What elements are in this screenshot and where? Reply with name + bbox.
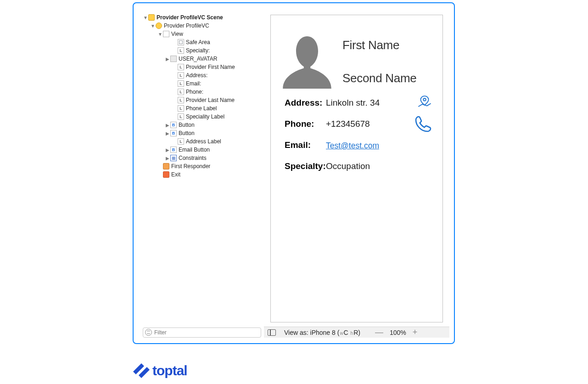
address-caption: Address: (285, 98, 322, 108)
phone-value: +12345678 (326, 119, 370, 129)
uilabel-icon: L (178, 138, 184, 145)
map-pin-icon[interactable] (417, 95, 432, 108)
svg-point-1 (423, 98, 426, 101)
view-controller-icon (156, 23, 162, 29)
outline-item-user-avatar[interactable]: ▶ USER_AVATAR (143, 55, 263, 63)
storyboard-scene-icon (148, 14, 155, 21)
outline-exit[interactable]: Exit (143, 170, 263, 179)
disclosure-triangle-icon[interactable]: ▶ (165, 156, 170, 161)
outline-item-phone-label[interactable]: L Phone Label (143, 104, 263, 113)
outline-item-phone[interactable]: L Phone: (143, 88, 263, 96)
toptal-wordmark: toptal (152, 363, 187, 378)
outline-label: Exit (171, 171, 180, 178)
uilabel-icon: L (178, 72, 184, 79)
view-as-label[interactable]: View as: iPhone 8 (wC hR) (284, 329, 360, 336)
outline-label: Specialty: (186, 47, 210, 54)
ib-canvas-scene[interactable]: First Name Second Name Address: Linkoln … (270, 15, 443, 322)
outline-label: Address Label (186, 138, 221, 145)
first-responder-icon (163, 163, 169, 169)
disclosure-triangle-icon[interactable]: ▼ (150, 23, 156, 28)
outline-first-responder[interactable]: First Responder (143, 162, 263, 170)
email-value-link[interactable]: Test@test.com (326, 141, 379, 151)
outline-item-first-name[interactable]: L Provider First Name (143, 63, 263, 71)
second-name-label: Second Name (342, 71, 416, 85)
outline-label: View (171, 31, 183, 37)
outline-label: Phone: (186, 89, 203, 95)
uiview-icon (163, 31, 169, 37)
outline-item-address[interactable]: L Address: (143, 71, 263, 79)
disclosure-triangle-icon[interactable]: ▶ (165, 56, 170, 62)
outline-item-email-button[interactable]: ▶ B Email Button (143, 146, 263, 154)
outline-item-button-1[interactable]: ▶ B Button (143, 121, 263, 129)
outline-item-button-2[interactable]: ▶ B Button (143, 129, 263, 137)
size-class-c: C (344, 329, 350, 336)
interface-builder-frame: ▼ Provider ProfileVC Scene ▼ Provider Pr… (133, 2, 455, 344)
outline-label: Constraints (179, 155, 207, 161)
safe-area-icon (178, 39, 184, 45)
first-name-label: First Name (342, 38, 399, 52)
outline-label: First Responder (171, 163, 210, 169)
specialty-value: Occupation (326, 161, 370, 171)
outline-vc-row[interactable]: ▼ Provider ProfileVC (143, 22, 263, 30)
outline-filter (143, 328, 261, 338)
outline-view-row[interactable]: ▼ View (143, 30, 263, 38)
uibutton-icon: B (170, 122, 177, 128)
canvas-status-bar: View as: iPhone 8 (wC hR) — 100% + (264, 327, 449, 338)
uilabel-icon: L (178, 97, 184, 103)
outline-label: Safe Area (186, 39, 210, 45)
avatar-silhouette-icon (280, 34, 335, 89)
outline-label: USER_AVATAR (179, 56, 217, 62)
outline-label: Button (179, 130, 195, 136)
zoom-in-button[interactable]: + (406, 328, 424, 337)
toptal-logo: toptal (133, 361, 187, 381)
constraints-icon: ▦ (170, 155, 177, 161)
disclosure-triangle-icon[interactable]: ▼ (143, 15, 148, 20)
size-class-r: R) (353, 329, 360, 336)
outline-label: Provider First Name (186, 64, 235, 70)
outline-item-last-name[interactable]: L Provider Last Name (143, 96, 263, 104)
outline-label: Phone Label (186, 105, 217, 112)
outline-label: Address: (186, 72, 207, 79)
filter-icon (145, 329, 152, 336)
outline-scene-row[interactable]: ▼ Provider ProfileVC Scene (143, 13, 263, 22)
uilabel-icon: L (178, 113, 184, 120)
address-value: Linkoln str. 34 (326, 98, 380, 108)
exit-segue-icon (163, 171, 169, 178)
zoom-out-button[interactable]: — (369, 328, 390, 337)
disclosure-triangle-icon[interactable]: ▼ (157, 32, 163, 37)
outline-item-constraints[interactable]: ▶ ▦ Constraints (143, 154, 263, 162)
zoom-level: 100% (390, 329, 406, 336)
outline-label: Provider ProfileVC Scene (157, 14, 223, 21)
uiimageview-icon (170, 56, 177, 62)
uilabel-icon: L (178, 64, 184, 70)
outline-label: Email: (186, 80, 201, 87)
disclosure-triangle-icon[interactable]: ▶ (165, 131, 170, 136)
outline-item-specialty[interactable]: L Specialty: (143, 46, 263, 55)
outline-filter-input[interactable] (143, 328, 261, 338)
outline-label: Speciality Label (186, 113, 224, 120)
toptal-mark-icon (133, 361, 150, 381)
view-as-prefix: View as: iPhone 8 ( (284, 329, 339, 336)
outline-item-email[interactable]: L Email: (143, 79, 263, 88)
uibutton-icon: B (170, 130, 177, 136)
uilabel-icon: L (178, 80, 184, 87)
uibutton-icon: B (170, 147, 177, 153)
outline-item-speciality-label[interactable]: L Speciality Label (143, 113, 263, 121)
uilabel-icon: L (178, 105, 184, 112)
disclosure-triangle-icon[interactable]: ▶ (165, 147, 170, 152)
phone-caption: Phone: (285, 119, 314, 129)
outline-item-safe-area[interactable]: Safe Area (143, 38, 263, 46)
email-caption: Email: (285, 140, 311, 150)
uilabel-icon: L (178, 89, 184, 95)
outline-item-address-label[interactable]: L Address Label (143, 137, 263, 146)
phone-handset-icon[interactable] (414, 115, 432, 133)
toggle-outline-icon[interactable] (268, 329, 276, 336)
document-outline[interactable]: ▼ Provider ProfileVC Scene ▼ Provider Pr… (143, 13, 263, 325)
disclosure-triangle-icon[interactable]: ▶ (165, 123, 170, 128)
specialty-caption: Specialty: (285, 161, 326, 171)
outline-label: Button (179, 122, 195, 128)
uilabel-icon: L (178, 47, 184, 54)
outline-label: Email Button (179, 147, 210, 153)
outline-label: Provider ProfileVC (164, 23, 209, 29)
outline-label: Provider Last Name (186, 97, 235, 103)
